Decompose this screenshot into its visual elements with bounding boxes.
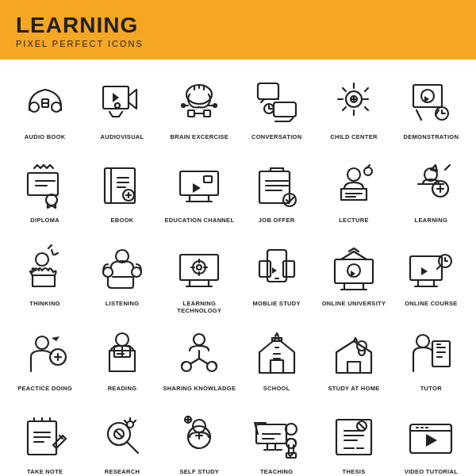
- icon-label-sharing-knowledge: SHARING KNOWLADGE: [163, 385, 236, 397]
- icon-cell-teaching: TEACHING: [238, 402, 315, 476]
- icon-label-child-center: CHILD CENTER: [330, 133, 377, 146]
- brain-exercise-icon: [171, 74, 228, 131]
- svg-point-4: [115, 103, 120, 108]
- svg-rect-51: [272, 338, 282, 341]
- reading-icon: [94, 325, 151, 382]
- icon-cell-research: RESEARCH: [83, 402, 160, 476]
- mobile-study-icon: [248, 240, 305, 298]
- icon-cell-school: SCHOOL: [238, 319, 315, 402]
- svg-rect-15: [413, 85, 442, 107]
- svg-rect-40: [335, 259, 373, 283]
- conversation-icon: [248, 74, 305, 131]
- svg-point-1: [52, 102, 61, 112]
- svg-rect-11: [274, 102, 296, 117]
- thesis-icon: [325, 409, 382, 466]
- icon-label-teaching: TEACHING: [260, 468, 294, 476]
- svg-point-26: [347, 168, 360, 181]
- icon-cell-brain-exercise: BRAIN EXCERCISE: [161, 67, 238, 151]
- icon-label-online-course: ONLINE COURSE: [405, 300, 457, 313]
- icon-label-job-offer: JOB OFFER: [259, 217, 295, 229]
- svg-rect-18: [28, 173, 58, 195]
- lecture-icon: [325, 157, 382, 214]
- ebook-icon: [94, 157, 151, 214]
- icon-label-brain-exercise: BRAIN EXCERCISE: [170, 133, 228, 146]
- audio-book-icon: [17, 74, 74, 131]
- icon-cell-thinking: THINKING: [6, 234, 83, 319]
- svg-point-30: [36, 253, 48, 266]
- svg-point-58: [127, 421, 133, 428]
- svg-point-41: [347, 264, 360, 277]
- icon-cell-audiovisual: AUDIOVISUAL: [83, 67, 160, 151]
- icon-label-ebook: EBOOK: [110, 217, 133, 229]
- icon-cell-reading: READING: [83, 319, 160, 402]
- sharing-knowledge-icon: [171, 325, 228, 382]
- icon-label-demonstration: DEMONSTRATION: [404, 133, 459, 146]
- icon-cell-video-tutorial: VIDEO TUTORIAL: [393, 402, 470, 476]
- icon-label-tutor: TUTOR: [420, 385, 442, 397]
- icon-label-practice-doing: PEACTICE DOING: [17, 385, 72, 397]
- icon-label-diploma: DIPLOMA: [30, 217, 60, 229]
- research-icon: [94, 409, 151, 466]
- icon-cell-education-channel: EDUCATION CHANNEL: [161, 151, 238, 234]
- svg-rect-23: [204, 176, 212, 182]
- svg-point-53: [416, 335, 429, 347]
- icon-cell-sharing-knowledge: SHARING KNOWLADGE: [161, 319, 238, 402]
- svg-point-0: [29, 102, 39, 112]
- svg-rect-20: [105, 168, 135, 203]
- svg-point-46: [116, 333, 129, 346]
- listening-icon: [94, 240, 151, 298]
- practice-doing-icon: [17, 325, 74, 382]
- icon-label-thesis: THESIS: [343, 468, 366, 476]
- icon-label-audio-book: AUDIO BOOK: [25, 133, 66, 146]
- icon-label-listening: LISTENING: [106, 300, 140, 313]
- icon-label-video-tutorial: VIDEO TUTORIAL: [405, 468, 458, 476]
- svg-rect-39: [283, 261, 294, 277]
- learning-technology-icon: [171, 240, 228, 298]
- diploma-icon: [17, 157, 74, 214]
- icon-cell-child-center: CHILD CENTER: [315, 67, 392, 151]
- icon-cell-diploma: DIPLOMA: [6, 151, 83, 234]
- header-title: LEARNING: [16, 14, 460, 36]
- icon-cell-job-offer: JOB OFFER: [238, 151, 315, 234]
- icon-cell-mobile-study: MOBLIE STUDY: [238, 234, 315, 319]
- icons-grid: AUDIO BOOK AUDIOVISUAL BRAIN EXCERCISE C…: [0, 60, 476, 476]
- svg-rect-54: [432, 341, 450, 367]
- icon-cell-online-course: ONLINE COURSE: [393, 234, 470, 319]
- icon-cell-listening: LISTENING: [83, 234, 160, 319]
- study-at-home-icon: [325, 325, 382, 382]
- svg-point-44: [36, 336, 48, 349]
- icon-cell-audio-book: AUDIO BOOK: [6, 67, 83, 151]
- tutor-icon: [402, 325, 459, 382]
- child-center-icon: [325, 74, 382, 131]
- icon-cell-tutor: TUTOR: [393, 319, 470, 402]
- icon-label-self-study: SELF STUDY: [179, 468, 219, 476]
- svg-rect-38: [259, 261, 271, 277]
- icon-label-study-at-home: STUDY AT HOME: [328, 385, 379, 397]
- svg-rect-24: [259, 171, 290, 203]
- icon-label-learning-technology: LEARNING TECHNOLOGY: [163, 300, 236, 314]
- school-icon: [248, 325, 305, 382]
- icon-cell-learning: LEARNING: [393, 151, 470, 234]
- online-course-icon: [402, 240, 459, 298]
- svg-point-36: [197, 265, 202, 270]
- icon-cell-thesis: THESIS: [315, 402, 392, 476]
- video-tutorial-icon: [402, 409, 459, 466]
- take-note-icon: [17, 409, 74, 466]
- learning-icon: [402, 157, 459, 214]
- icon-cell-take-note: TAKE NOTE: [6, 402, 83, 476]
- icon-cell-lecture: LECTURE: [315, 151, 392, 234]
- svg-rect-34: [180, 255, 218, 280]
- icon-label-mobile-study: MOBLIE STUDY: [253, 300, 301, 313]
- icon-cell-self-study: SELF STUDY: [161, 402, 238, 476]
- icon-label-lecture: LECTURE: [339, 217, 369, 229]
- icon-label-learning: LEARNING: [415, 217, 448, 229]
- svg-point-27: [364, 167, 372, 175]
- icon-cell-online-university: ONLINE UNIVERSITY: [315, 234, 392, 319]
- thinking-icon: [17, 240, 74, 298]
- header: LEARNING PIXEL PERFECT ICONS: [0, 0, 476, 60]
- svg-rect-22: [180, 171, 218, 195]
- svg-rect-10: [258, 83, 278, 99]
- icon-label-audiovisual: AUDIOVISUAL: [101, 133, 144, 146]
- svg-point-33: [132, 267, 141, 277]
- svg-rect-7: [204, 110, 210, 117]
